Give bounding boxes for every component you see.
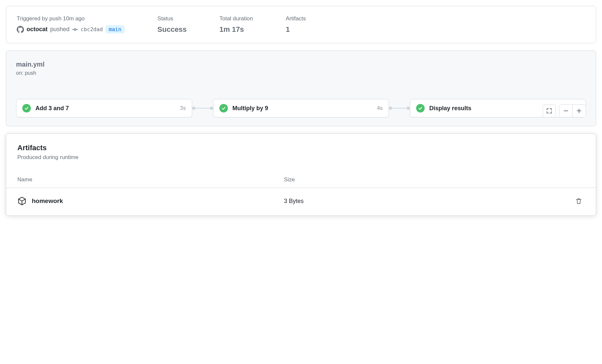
trigger-label: Triggered by push 10m ago xyxy=(17,15,125,22)
run-summary-card: Triggered by push 10m ago octocat pushed… xyxy=(6,6,596,43)
jobs-row: Add 3 and 7 3s Multiply by 9 4s Display … xyxy=(16,99,586,117)
fullscreen-button[interactable] xyxy=(543,104,556,117)
trigger-section: Triggered by push 10m ago octocat pushed… xyxy=(17,15,125,34)
check-circle-icon xyxy=(22,104,31,112)
job-card-multiply[interactable]: Multiply by 9 4s xyxy=(213,99,389,117)
job-duration: 4s xyxy=(377,105,383,111)
duration-value: 1m 17s xyxy=(219,25,253,34)
table-row: homework 3 Bytes xyxy=(6,188,596,215)
job-connector xyxy=(389,107,410,110)
check-circle-icon xyxy=(416,104,425,112)
job-connector xyxy=(192,107,213,110)
package-icon xyxy=(17,196,27,206)
status-section: Status Success xyxy=(157,15,187,34)
artifacts-table-header: Name Size xyxy=(6,172,596,188)
commit-sha-link[interactable]: cbc2dad xyxy=(81,26,103,32)
duration-section: Total duration 1m 17s xyxy=(219,15,253,34)
commit-icon xyxy=(72,27,78,32)
workflow-graph-card: main.yml on: push Add 3 and 7 3s Multipl… xyxy=(6,51,596,126)
github-icon xyxy=(17,26,24,33)
artifact-link[interactable]: homework xyxy=(32,197,63,205)
actor-link[interactable]: octocat xyxy=(27,26,48,33)
artifacts-count-label: Artifacts xyxy=(286,15,306,22)
job-name: Add 3 and 7 xyxy=(35,105,175,112)
zoom-in-button[interactable] xyxy=(572,104,586,117)
job-card-add[interactable]: Add 3 and 7 3s xyxy=(16,99,192,117)
zoom-out-button[interactable] xyxy=(559,104,572,117)
job-name: Multiply by 9 xyxy=(232,105,372,112)
trash-icon xyxy=(575,198,582,204)
status-value: Success xyxy=(157,25,187,34)
workflow-file-name[interactable]: main.yml xyxy=(16,61,586,68)
column-header-size: Size xyxy=(284,176,585,183)
minus-icon xyxy=(563,108,569,114)
branch-badge[interactable]: main xyxy=(106,25,125,33)
delete-artifact-button[interactable] xyxy=(573,195,585,207)
artifact-size: 3 Bytes xyxy=(284,198,573,205)
duration-label: Total duration xyxy=(219,15,253,22)
zoom-group xyxy=(559,104,586,117)
plus-icon xyxy=(576,108,582,114)
artifacts-subtitle: Produced during runtime xyxy=(17,154,585,161)
status-label: Status xyxy=(157,15,187,22)
column-header-name: Name xyxy=(17,176,284,183)
artifacts-title: Artifacts xyxy=(17,144,585,152)
svg-point-0 xyxy=(74,29,76,30)
artifacts-count-section: Artifacts 1 xyxy=(286,15,306,34)
zoom-controls xyxy=(543,104,586,117)
job-duration: 3s xyxy=(180,105,186,111)
fullscreen-icon xyxy=(546,108,552,114)
actor-action: pushed xyxy=(50,26,70,33)
artifacts-card: Artifacts Produced during runtime Name S… xyxy=(6,133,596,216)
workflow-trigger: on: push xyxy=(16,70,586,76)
check-circle-icon xyxy=(219,104,228,112)
artifacts-count-value: 1 xyxy=(286,25,306,34)
trigger-row: octocat pushed cbc2dad main xyxy=(17,25,125,33)
artifacts-header: Artifacts Produced during runtime xyxy=(6,134,596,167)
